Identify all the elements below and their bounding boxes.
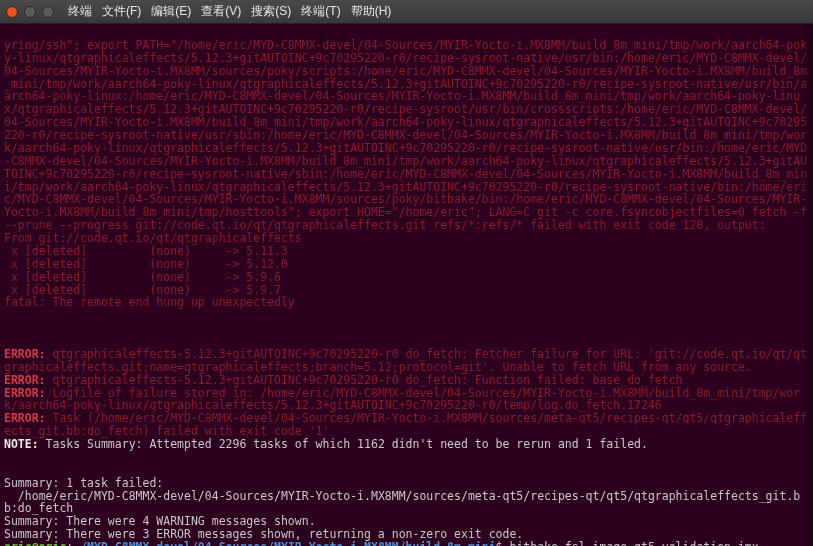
menu-file[interactable]: 文件(F) xyxy=(102,5,141,18)
prompt-command: bitbake fsl-image-qt5-validation-imx xyxy=(509,540,758,546)
maximize-icon[interactable] xyxy=(42,6,54,18)
minimize-icon[interactable] xyxy=(24,6,36,18)
error-body-1: qtgraphicaleffects-5.12.3+gitAUTOINC+9c7… xyxy=(4,347,807,374)
error-body-3: Logfile of failure stored in: /home/eric… xyxy=(4,386,800,413)
menu-search[interactable]: 搜索(S) xyxy=(251,5,291,18)
menubar: 终端 文件(F) 编辑(E) 查看(V) 搜索(S) 终端(T) 帮助(H) xyxy=(68,5,391,18)
menu-terminal[interactable]: 终端 xyxy=(68,5,92,18)
note-prefix: NOTE: xyxy=(4,437,46,451)
close-icon[interactable] xyxy=(6,6,18,18)
menu-edit[interactable]: 编辑(E) xyxy=(151,5,191,18)
scrollback-text: yring/ssh"; export PATH="/home/eric/MYD-… xyxy=(4,38,813,310)
terminal-area[interactable]: yring/ssh"; export PATH="/home/eric/MYD-… xyxy=(0,24,813,546)
menu-terminal-tab[interactable]: 终端(T) xyxy=(301,5,340,18)
summary-line-2: /home/eric/MYD-C8MMX-devel/04-Sources/MY… xyxy=(4,489,800,516)
prompt-dollar: $ xyxy=(496,540,510,546)
error-body-4: Task (/home/eric/MYD-C8MMX-devel/04-Sour… xyxy=(4,411,807,438)
prompt-user-host: eric@eric xyxy=(4,540,66,546)
menu-help[interactable]: 帮助(H) xyxy=(351,5,392,18)
window-titlebar: 终端 文件(F) 编辑(E) 查看(V) 搜索(S) 终端(T) 帮助(H) xyxy=(0,0,813,24)
note-body: Tasks Summary: Attempted 2296 tasks of w… xyxy=(46,437,648,451)
menu-view[interactable]: 查看(V) xyxy=(201,5,241,18)
prompt-path: ~/MYD-C8MMX-devel/04-Sources/MYIR-Yocto-… xyxy=(73,540,495,546)
scrollbar[interactable] xyxy=(803,24,813,546)
